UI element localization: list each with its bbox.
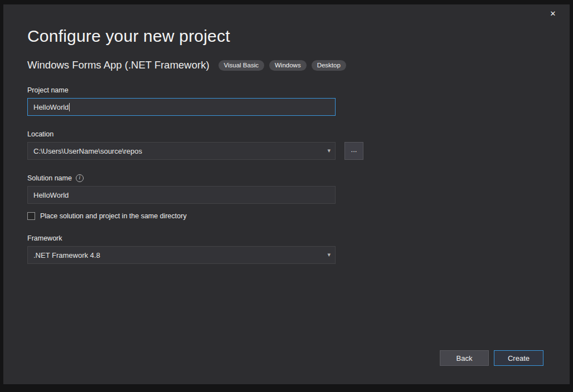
location-row: C:\Users\UserName\source\repos ▾ ... <box>27 138 570 160</box>
location-label: Location <box>27 130 570 138</box>
framework-label: Framework <box>27 234 570 242</box>
configure-project-dialog: ✕ Configure your new project Windows For… <box>3 4 570 384</box>
dialog-content: Configure your new project Windows Forms… <box>3 4 570 264</box>
text-caret <box>69 103 70 111</box>
close-icon[interactable]: ✕ <box>546 7 560 20</box>
project-name-input[interactable]: HelloWorld <box>27 98 336 116</box>
project-name-label: Project name <box>27 86 570 94</box>
framework-combobox[interactable]: .NET Framework 4.8 ▾ <box>27 246 336 264</box>
browse-button[interactable]: ... <box>344 142 363 160</box>
same-directory-checkbox[interactable] <box>27 212 35 220</box>
template-row: Windows Forms App (.NET Framework) Visua… <box>27 59 570 71</box>
chevron-down-icon[interactable]: ▾ <box>327 252 331 258</box>
location-label-text: Location <box>27 130 54 138</box>
solution-name-input[interactable]: HelloWorld <box>27 186 336 204</box>
page-title: Configure your new project <box>27 27 570 46</box>
footer-buttons: Back Create <box>440 350 543 366</box>
project-name-label-text: Project name <box>27 86 69 94</box>
solution-name-label-text: Solution name <box>27 174 72 182</box>
template-name: Windows Forms App (.NET Framework) <box>27 59 210 71</box>
create-button[interactable]: Create <box>494 350 543 366</box>
info-icon[interactable]: i <box>76 174 84 182</box>
same-directory-row: Place solution and project in the same d… <box>27 212 570 220</box>
location-value: C:\Users\UserName\source\repos <box>33 147 142 155</box>
framework-label-text: Framework <box>27 234 62 242</box>
same-directory-label: Place solution and project in the same d… <box>40 212 187 220</box>
solution-name-value: HelloWorld <box>33 191 69 199</box>
tag-language: Visual Basic <box>218 60 264 71</box>
back-button[interactable]: Back <box>440 350 489 366</box>
location-combobox[interactable]: C:\Users\UserName\source\repos ▾ <box>27 142 336 160</box>
chevron-down-icon[interactable]: ▾ <box>327 148 331 154</box>
tag-project-type: Desktop <box>312 60 346 71</box>
tag-platform: Windows <box>269 60 307 71</box>
framework-value: .NET Framework 4.8 <box>33 251 100 259</box>
project-name-value: HelloWorld <box>33 103 69 111</box>
solution-name-label: Solution name i <box>27 174 570 182</box>
